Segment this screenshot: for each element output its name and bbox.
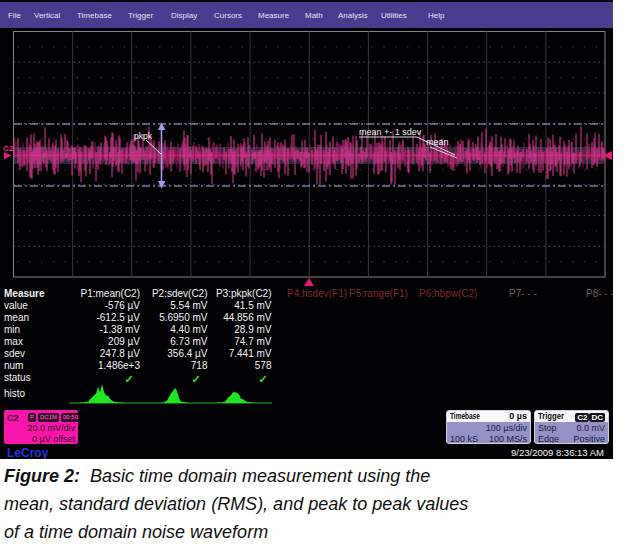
svg-text:mean +- 1 sdev: mean +- 1 sdev: [359, 127, 422, 137]
svg-text:pkpk: pkpk: [134, 131, 153, 141]
svg-text:mean: mean: [426, 137, 449, 147]
svg-text:C2: C2: [3, 144, 14, 153]
